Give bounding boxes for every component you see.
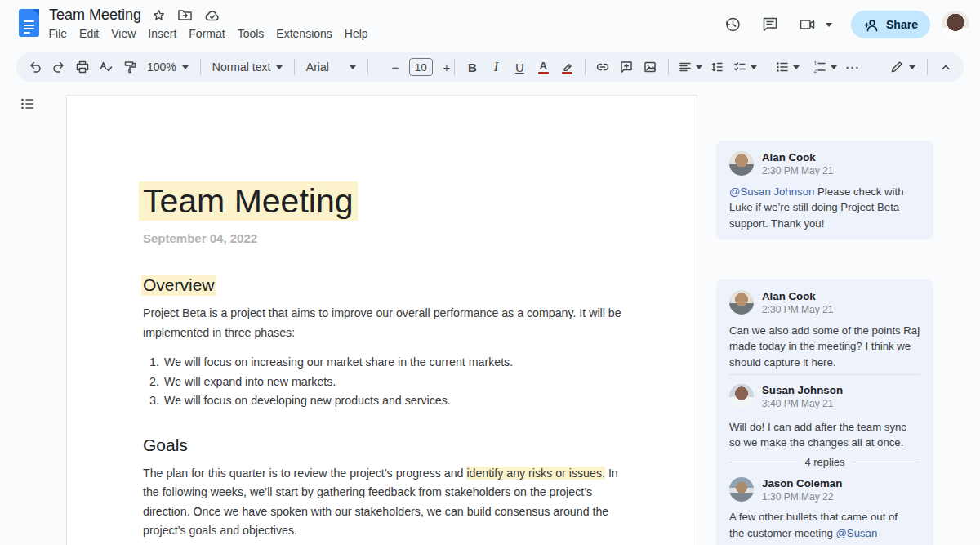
align-control[interactable]	[675, 60, 706, 74]
collapse-toolbar-button[interactable]	[933, 56, 957, 78]
menu-format[interactable]: Format	[183, 25, 231, 42]
document-page[interactable]: Team Meeting September 04, 2022 Overview…	[66, 95, 697, 545]
comment-text: Can we also add some of the points Raj m…	[729, 323, 920, 370]
spelling-check-button[interactable]	[94, 56, 118, 78]
menu-bar: File Edit View Insert Format Tools Exten…	[42, 25, 374, 42]
menu-extensions[interactable]: Extensions	[270, 25, 338, 42]
comments-icon[interactable]	[761, 16, 779, 34]
menu-help[interactable]: Help	[338, 25, 374, 42]
user-avatar[interactable]	[942, 11, 969, 38]
comment-text: Will do! I can add after the team sync s…	[729, 419, 920, 451]
menu-insert[interactable]: Insert	[142, 25, 183, 42]
replies-count: 4 replies	[804, 456, 844, 468]
commenter-avatar-susan	[729, 384, 754, 409]
docs-logo[interactable]	[19, 9, 39, 37]
commenter-name: Jason Coleman	[762, 477, 842, 490]
commenter-name: Alan Cook	[762, 290, 833, 303]
undo-button[interactable]	[23, 56, 47, 78]
insert-image-button[interactable]	[639, 56, 662, 78]
commenter-name: Susan Johnson	[762, 384, 843, 397]
redo-button[interactable]	[47, 56, 70, 78]
zoom-control[interactable]: 100%	[141, 60, 194, 74]
person-add-icon	[863, 18, 879, 32]
svg-text:1: 1	[813, 60, 817, 66]
comment-time: 3:40 PM May 21	[762, 399, 843, 409]
version-history-icon[interactable]	[724, 16, 742, 34]
font-value: Arial	[306, 60, 329, 74]
overview-paragraph: Project Beta is a project that aims to i…	[143, 304, 697, 342]
insert-link-button[interactable]	[591, 56, 615, 78]
comment-card-1[interactable]: Alan Cook 2:30 PM May 21 @Susan Johnson …	[716, 141, 933, 239]
share-label: Share	[886, 18, 918, 31]
zoom-value: 100%	[147, 60, 176, 74]
docs-logo-fold	[33, 9, 39, 16]
svg-text:2: 2	[813, 68, 817, 74]
comment-divider	[729, 374, 920, 375]
list-item: 2.We will expand into new markets.	[143, 373, 697, 392]
line-spacing-button[interactable]	[706, 56, 729, 78]
numbered-list-control[interactable]: 12	[809, 60, 840, 74]
goals-paragraph: The plan for this quarter is to review t…	[143, 464, 697, 541]
video-call-icon[interactable]	[799, 16, 817, 34]
menu-edit[interactable]: Edit	[74, 25, 105, 42]
zoom-caret	[182, 65, 189, 69]
commenter-name: Alan Cook	[762, 151, 833, 164]
styles-value: Normal text	[212, 60, 271, 74]
doc-title-text: Team Meeting	[139, 181, 358, 221]
font-size-input[interactable]: 10	[409, 58, 433, 76]
editing-mode-control[interactable]	[884, 60, 921, 74]
bulleted-list-control[interactable]	[772, 60, 803, 74]
add-comment-button[interactable]	[615, 56, 639, 78]
mention-link[interactable]: @Susan	[835, 527, 877, 539]
checklist-control[interactable]	[729, 60, 760, 74]
menu-file[interactable]: File	[42, 25, 74, 42]
bold-button[interactable]: B	[461, 56, 484, 78]
comment-text: @Susan Johnson Please check with Luke if…	[729, 184, 920, 231]
comment-card-2[interactable]: Alan Cook 2:30 PM May 21 Can we also add…	[716, 279, 933, 545]
video-call-caret[interactable]	[826, 23, 832, 27]
document-title[interactable]: Team Meeting	[49, 7, 141, 24]
share-button[interactable]: Share	[851, 11, 930, 38]
cloud-status-icon[interactable]	[204, 9, 220, 22]
doc-date: September 04, 2022	[143, 231, 697, 245]
star-icon[interactable]	[152, 8, 166, 22]
decrease-font-size-button[interactable]: −	[385, 56, 405, 78]
mention-link[interactable]: @Susan Johnson	[729, 185, 814, 198]
toolbar: 100% Normal text Arial − 10 + B I U A 12…	[16, 52, 964, 82]
list-item: 1.We will focus on increasing our market…	[143, 353, 697, 373]
paint-format-button[interactable]	[118, 56, 141, 78]
styles-control[interactable]: Normal text	[207, 60, 288, 74]
commenter-avatar-alan	[729, 290, 754, 315]
overview-heading: Overview	[141, 275, 216, 296]
font-caret	[350, 65, 356, 69]
phases-list: 1.We will focus on increasing our market…	[143, 353, 697, 411]
commenter-avatar-jason	[729, 477, 754, 502]
comment-time: 2:30 PM May 21	[762, 305, 833, 315]
document-outline-icon[interactable]	[20, 96, 36, 112]
italic-button[interactable]: I	[484, 56, 508, 78]
goals-heading: Goals	[143, 436, 188, 454]
text-color-button[interactable]: A	[532, 56, 555, 78]
underline-button[interactable]: U	[508, 56, 532, 78]
list-item: 3.We will focus on developing new produc…	[143, 391, 697, 411]
docs-logo-lines	[24, 20, 34, 35]
comment-text: A few other bullets that came out of the…	[729, 509, 920, 545]
styles-caret	[276, 65, 283, 69]
menu-tools[interactable]: Tools	[231, 25, 270, 42]
comment-anchor-highlight: identify any risks or issues.	[466, 467, 605, 480]
commenter-avatar-alan	[729, 151, 754, 176]
highlight-color-button[interactable]	[555, 56, 579, 78]
comment-time: 2:30 PM May 21	[762, 166, 833, 176]
more-tools-button[interactable]: ⋯	[840, 56, 864, 78]
move-folder-icon[interactable]	[177, 8, 193, 22]
print-button[interactable]	[70, 56, 94, 78]
menu-view[interactable]: View	[105, 25, 142, 42]
comment-time: 1:30 PM May 22	[762, 492, 842, 503]
replies-toggle[interactable]: 4 replies	[729, 454, 920, 469]
font-control[interactable]: Arial	[301, 60, 362, 74]
